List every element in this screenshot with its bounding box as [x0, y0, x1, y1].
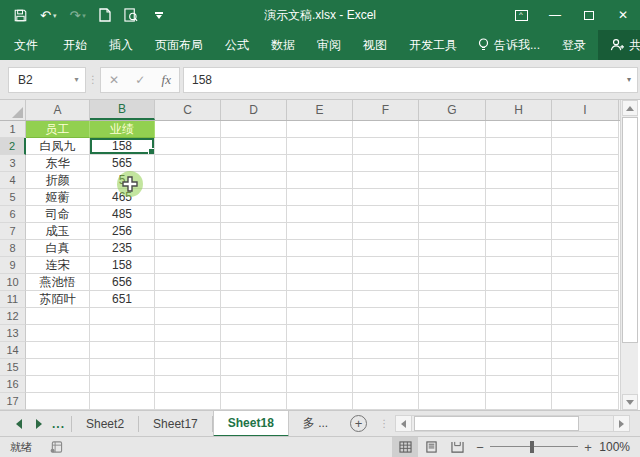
- previous-sheet-button[interactable]: [16, 419, 22, 429]
- next-sheet-button[interactable]: [36, 419, 42, 429]
- cell-F6[interactable]: [353, 206, 419, 223]
- zoom-slider-thumb[interactable]: [530, 441, 534, 453]
- cell-I6[interactable]: [552, 206, 619, 223]
- cell-I1[interactable]: [552, 121, 619, 138]
- cell-B1[interactable]: 业绩: [90, 121, 155, 138]
- cell-A17[interactable]: [26, 393, 90, 410]
- cell-A4[interactable]: 折颜: [26, 172, 90, 189]
- cell-B9[interactable]: 158: [90, 257, 155, 274]
- cell-E2[interactable]: [287, 138, 353, 155]
- column-header-F[interactable]: F: [353, 100, 419, 120]
- cell-B7[interactable]: 256: [90, 223, 155, 240]
- cell-F4[interactable]: [353, 172, 419, 189]
- ribbon-tab-2[interactable]: 插入: [98, 30, 144, 60]
- cell-C4[interactable]: [155, 172, 221, 189]
- cancel-entry-button[interactable]: ✕: [109, 73, 119, 87]
- cell-F17[interactable]: [353, 393, 419, 410]
- cell-B17[interactable]: [90, 393, 155, 410]
- cell-G5[interactable]: [419, 189, 486, 206]
- cell-H8[interactable]: [486, 240, 552, 257]
- cell-F3[interactable]: [353, 155, 419, 172]
- cell-F14[interactable]: [353, 342, 419, 359]
- cell-E16[interactable]: [287, 376, 353, 393]
- page-break-preview-button[interactable]: [444, 437, 470, 457]
- cell-B5[interactable]: 465: [90, 189, 155, 206]
- cell-C11[interactable]: [155, 291, 221, 308]
- cell-B16[interactable]: [90, 376, 155, 393]
- cell-H5[interactable]: [486, 189, 552, 206]
- column-header-A[interactable]: A: [26, 100, 90, 120]
- row-header-5[interactable]: 5: [0, 189, 26, 206]
- cell-H10[interactable]: [486, 274, 552, 291]
- horizontal-scrollbar[interactable]: [395, 415, 630, 432]
- cell-C14[interactable]: [155, 342, 221, 359]
- cell-H3[interactable]: [486, 155, 552, 172]
- formula-bar-splitter[interactable]: ⋮: [86, 78, 100, 82]
- cell-I12[interactable]: [552, 308, 619, 325]
- row-header-9[interactable]: 9: [0, 257, 26, 274]
- cell-A9[interactable]: 连宋: [26, 257, 90, 274]
- row-header-6[interactable]: 6: [0, 206, 26, 223]
- sheet-overflow-ellipsis[interactable]: ...: [52, 417, 71, 431]
- cell-D10[interactable]: [221, 274, 287, 291]
- cell-C3[interactable]: [155, 155, 221, 172]
- cell-C8[interactable]: [155, 240, 221, 257]
- cell-C7[interactable]: [155, 223, 221, 240]
- cell-C13[interactable]: [155, 325, 221, 342]
- cell-A5[interactable]: 姬蘅: [26, 189, 90, 206]
- column-header-G[interactable]: G: [419, 100, 486, 120]
- cell-B11[interactable]: 651: [90, 291, 155, 308]
- cell-E6[interactable]: [287, 206, 353, 223]
- cell-G12[interactable]: [419, 308, 486, 325]
- row-header-11[interactable]: 11: [0, 291, 26, 308]
- ribbon-tab-8[interactable]: 开发工具: [398, 30, 468, 60]
- cell-C17[interactable]: [155, 393, 221, 410]
- cell-A1[interactable]: 员工: [26, 121, 90, 138]
- cell-A16[interactable]: [26, 376, 90, 393]
- ribbon-tab-7[interactable]: 视图: [352, 30, 398, 60]
- cell-D7[interactable]: [221, 223, 287, 240]
- confirm-entry-button[interactable]: ✓: [135, 73, 145, 87]
- cell-C16[interactable]: [155, 376, 221, 393]
- ribbon-tab-4[interactable]: 公式: [214, 30, 260, 60]
- cell-F16[interactable]: [353, 376, 419, 393]
- cell-G15[interactable]: [419, 359, 486, 376]
- row-header-1[interactable]: 1: [0, 121, 26, 138]
- cell-I4[interactable]: [552, 172, 619, 189]
- cell-B14[interactable]: [90, 342, 155, 359]
- scroll-right-button[interactable]: [613, 416, 629, 431]
- column-header-I[interactable]: I: [552, 100, 619, 120]
- cell-H6[interactable]: [486, 206, 552, 223]
- zoom-out-button[interactable]: −: [470, 440, 490, 455]
- cell-G3[interactable]: [419, 155, 486, 172]
- cell-F11[interactable]: [353, 291, 419, 308]
- row-header-13[interactable]: 13: [0, 325, 26, 342]
- cell-E15[interactable]: [287, 359, 353, 376]
- row-header-3[interactable]: 3: [0, 155, 26, 172]
- sheet-tab-[interactable]: 多 ...: [289, 411, 342, 437]
- cell-E1[interactable]: [287, 121, 353, 138]
- cell-F1[interactable]: [353, 121, 419, 138]
- cell-D4[interactable]: [221, 172, 287, 189]
- cell-D3[interactable]: [221, 155, 287, 172]
- zoom-slider[interactable]: [490, 437, 578, 457]
- cell-C1[interactable]: [155, 121, 221, 138]
- cell-F12[interactable]: [353, 308, 419, 325]
- cell-G16[interactable]: [419, 376, 486, 393]
- cell-D16[interactable]: [221, 376, 287, 393]
- row-header-12[interactable]: 12: [0, 308, 26, 325]
- maximize-button[interactable]: [572, 0, 606, 30]
- sheet-tab-sheet18[interactable]: Sheet18: [213, 411, 289, 437]
- sheet-tab-sheet17[interactable]: Sheet17: [139, 411, 212, 437]
- row-header-7[interactable]: 7: [0, 223, 26, 240]
- select-all-button[interactable]: [0, 100, 26, 120]
- expand-formula-bar-icon[interactable]: ▾: [621, 75, 637, 84]
- cell-H14[interactable]: [486, 342, 552, 359]
- column-header-B[interactable]: B: [90, 100, 155, 120]
- cell-G2[interactable]: [419, 138, 486, 155]
- cell-D14[interactable]: [221, 342, 287, 359]
- cell-H9[interactable]: [486, 257, 552, 274]
- cell-F15[interactable]: [353, 359, 419, 376]
- cell-F10[interactable]: [353, 274, 419, 291]
- cell-G11[interactable]: [419, 291, 486, 308]
